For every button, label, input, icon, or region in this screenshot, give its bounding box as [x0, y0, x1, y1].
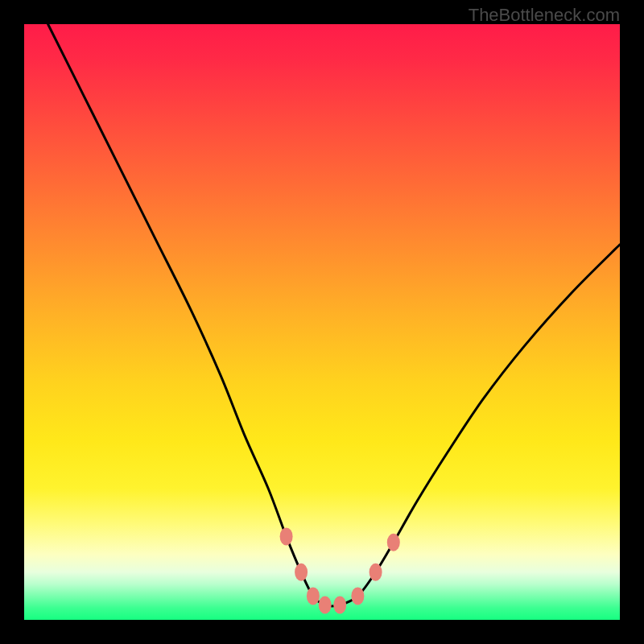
curve-marker [319, 597, 332, 614]
curve-marker [295, 564, 308, 581]
chart-frame: TheBottleneck.com [0, 0, 644, 644]
attribution-text: TheBottleneck.com [469, 5, 620, 26]
plot-area [24, 24, 620, 620]
curve-svg [24, 24, 620, 620]
curve-marker [387, 534, 400, 551]
curve-marker [351, 587, 364, 605]
curve-marker [280, 527, 293, 545]
bottleneck-curve [48, 24, 620, 606]
curve-marker [333, 597, 346, 614]
marker-group [280, 527, 400, 613]
curve-marker [307, 587, 320, 605]
curve-marker [369, 564, 382, 581]
